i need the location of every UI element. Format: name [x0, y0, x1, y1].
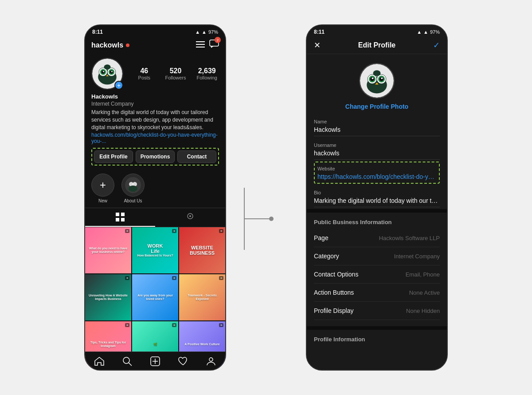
post-item-3[interactable]: WEBSITEBUSINESS ≡	[179, 227, 225, 273]
posts-tab-bar	[85, 208, 225, 227]
nav-profile[interactable]	[197, 356, 225, 366]
confirm-icon[interactable]: ✓	[433, 40, 440, 50]
avatar-add-button[interactable]: +	[114, 81, 123, 90]
profile-display-label: Profile Display	[314, 307, 353, 314]
status-bar-left: 8:11 ▲ ▲ 97%	[85, 25, 225, 37]
profile-info-title: Profile Information	[314, 336, 440, 343]
post-badge-1: ≡	[125, 229, 129, 233]
edit-avatar-owl	[360, 64, 394, 98]
posts-grid: What do you need to have your business o…	[85, 227, 225, 367]
signal-icon: ▲	[202, 29, 207, 35]
posts-stat: 46 Posts	[132, 67, 156, 80]
story-highlights: + New About Us	[85, 169, 225, 208]
ig-username: hackowls	[91, 41, 129, 49]
highlight-about-label: About Us	[124, 198, 142, 203]
post-badge-3: ≡	[219, 229, 223, 233]
profile-link[interactable]: hackowls.com/blog/checklist-do-you-have-…	[91, 132, 219, 144]
post-item-1[interactable]: What do you need to have your business o…	[85, 227, 131, 273]
connector	[244, 146, 288, 250]
change-photo-button[interactable]: Change Profile Photo	[345, 103, 408, 110]
action-buttons-highlight: Edit Profile Promotions Contact	[91, 148, 219, 166]
website-value[interactable]: https://hackowls.com/blog/checklist-do-y…	[317, 173, 436, 180]
edit-avatar-circle	[359, 63, 395, 99]
page-row[interactable]: Page Hackowls Software LLP	[314, 229, 440, 247]
name-label: Name	[314, 119, 440, 124]
category-row[interactable]: Category Internet Company	[314, 247, 440, 265]
nav-add[interactable]	[141, 356, 169, 366]
post-badge-5: ≡	[172, 276, 176, 280]
svg-rect-22	[116, 218, 119, 221]
page-value: Hackowls Software LLP	[379, 235, 440, 241]
category-label: Category	[314, 253, 339, 260]
bio-value[interactable]: Marking the digital world of today with …	[314, 197, 440, 204]
following-count: 2,639	[198, 67, 216, 75]
signal-icon-right: ▲	[423, 29, 428, 35]
profile-category: Internet Company	[91, 101, 219, 107]
edit-header: ✕ Edit Profile ✓	[307, 37, 447, 54]
post-badge-6: ≡	[219, 276, 223, 280]
edit-profile-button[interactable]: Edit Profile	[94, 150, 133, 163]
edit-avatar-section: Change Profile Photo	[307, 54, 447, 115]
close-icon[interactable]: ✕	[314, 40, 321, 50]
svg-point-40	[372, 77, 374, 79]
contact-button[interactable]: Contact	[177, 150, 216, 163]
edit-screen-inner: 8:11 ▲ ▲ 97% ✕ Edit Profile ✓	[307, 25, 447, 370]
profile-name: Hackowls	[91, 93, 219, 100]
profile-bio: Marking the digital world of today with …	[91, 109, 219, 131]
notification-badge: 2	[215, 37, 221, 43]
highlight-about[interactable]: About Us	[121, 174, 145, 203]
nav-heart[interactable]	[169, 356, 197, 366]
bio-label: Bio	[314, 190, 440, 195]
business-section: Public Business Information Page Hackowl…	[307, 214, 447, 324]
profile-info-section: Profile Information	[307, 332, 447, 347]
time-right: 8:11	[314, 29, 325, 35]
action-buttons: Edit Profile Promotions Contact	[93, 150, 217, 164]
svg-point-26	[123, 357, 129, 363]
posts-count: 46	[140, 67, 148, 75]
post-item-5[interactable]: Are you away from your loved ones? ≡	[132, 274, 178, 320]
nav-search[interactable]	[113, 356, 141, 366]
profile-display-value: None Hidden	[406, 308, 440, 314]
highlight-new-circle: +	[91, 174, 114, 197]
action-buttons-label: Action Buttons	[314, 289, 354, 296]
bottom-nav	[85, 352, 225, 370]
svg-point-12	[103, 71, 104, 72]
post-item-4[interactable]: Unraveling How A Website Impacts Busines…	[85, 274, 131, 320]
menu-icon[interactable]	[196, 40, 205, 50]
post-item-6[interactable]: Teamwork - Secrets Exposed ≡	[179, 274, 225, 320]
nav-home[interactable]	[85, 356, 113, 366]
svg-rect-0	[196, 41, 205, 42]
profile-display-row[interactable]: Profile Display None Hidden	[314, 302, 440, 320]
wifi-icon-right: ▲	[417, 29, 422, 35]
battery-left: 97%	[208, 29, 218, 35]
status-icons-right: ▲ ▲ 97%	[417, 29, 440, 35]
post-badge-4: ≡	[125, 276, 129, 280]
action-buttons-row[interactable]: Action Buttons None Active	[314, 284, 440, 302]
posts-label: Posts	[138, 75, 151, 80]
profile-section: + 46 Posts 520 Followers 2,639 Following	[85, 53, 225, 166]
action-buttons-value: None Active	[409, 289, 440, 296]
username-label: Username	[314, 142, 440, 148]
website-field: Website https://hackowls.com/blog/checkl…	[314, 162, 440, 184]
following-label: Following	[196, 75, 217, 80]
highlight-new-label: New	[98, 198, 107, 203]
section-divider	[307, 209, 447, 213]
post-badge-8: ≡	[172, 323, 176, 327]
status-icons-left: ▲ ▲ 97%	[195, 29, 218, 35]
tagged-tab[interactable]	[155, 208, 225, 227]
messages-icon[interactable]: 2	[209, 40, 219, 51]
left-phone: 8:11 ▲ ▲ 97% hackowls 2	[84, 24, 226, 371]
name-value[interactable]: Hackowls	[314, 126, 440, 133]
grid-tab[interactable]	[85, 208, 155, 227]
username-value[interactable]: hackowls	[314, 150, 440, 157]
contact-row[interactable]: Contact Options Email, Phone	[314, 265, 440, 284]
post-item-2[interactable]: WORKLifeHow Balanced Is Yours? ≡	[132, 227, 178, 273]
svg-line-27	[129, 363, 132, 366]
promotions-button[interactable]: Promotions	[136, 150, 175, 163]
wifi-icon: ▲	[195, 29, 200, 35]
right-phone: 8:11 ▲ ▲ 97% ✕ Edit Profile ✓	[306, 24, 448, 371]
ig-header: hackowls 2	[85, 37, 225, 53]
followers-count: 520	[170, 67, 182, 75]
highlight-new[interactable]: + New	[91, 174, 114, 203]
category-value: Internet Company	[394, 253, 440, 260]
